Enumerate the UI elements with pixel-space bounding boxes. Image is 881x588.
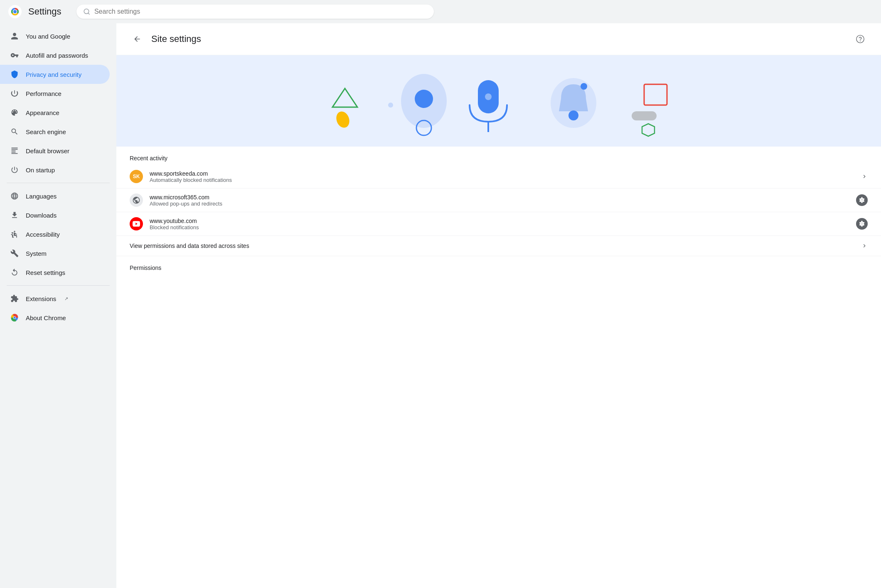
microsoft365-domain: www.microsoft365.com	[150, 194, 849, 201]
sidebar-label: Appearance	[26, 109, 59, 116]
accessibility-icon	[10, 230, 19, 239]
svg-point-15	[334, 110, 352, 130]
sidebar-item-search-engine[interactable]: Search engine	[0, 122, 110, 141]
sidebar-item-you-and-google[interactable]: You and Google	[0, 27, 110, 46]
performance-icon	[10, 89, 19, 98]
chevron-right-icon	[861, 173, 868, 180]
sidebar-label: Autofill and passwords	[26, 52, 88, 59]
sidebar-item-privacy[interactable]: Privacy and security	[0, 65, 110, 84]
sidebar: You and Google Autofill and passwords Pr…	[0, 23, 116, 588]
svg-point-12	[856, 35, 864, 43]
appearance-icon	[10, 108, 19, 117]
sidebar-item-default-browser[interactable]: Default browser	[0, 141, 110, 160]
youtube-icon	[130, 217, 143, 230]
sidebar-label: You and Google	[26, 33, 70, 40]
site-row-microsoft365[interactable]: www.microsoft365.com Allowed pop-ups and…	[116, 189, 881, 212]
top-bar: Settings	[0, 0, 881, 23]
browser-icon	[10, 146, 19, 155]
microsoft365-settings-icon	[856, 194, 868, 206]
microsoft365-status: Allowed pop-ups and redirects	[150, 201, 849, 207]
page-title: Site settings	[151, 34, 201, 44]
svg-point-24	[581, 83, 587, 90]
about-icon	[10, 313, 19, 322]
sidebar-item-extensions[interactable]: Extensions ↗	[0, 289, 110, 308]
site-row-youtube[interactable]: www.youtube.com Blocked notifications	[116, 212, 881, 236]
youtube-settings-icon	[856, 218, 868, 230]
sidebar-item-on-startup[interactable]: On startup	[0, 160, 110, 179]
sportskeeda-info: www.sportskeeda.com Automatically blocke…	[150, 170, 854, 183]
search-input[interactable]	[94, 8, 427, 15]
svg-line-7	[88, 13, 89, 14]
svg-point-21	[485, 93, 492, 100]
sidebar-label: Reset settings	[26, 269, 65, 276]
shield-icon	[10, 70, 19, 79]
view-permissions-text: View permissions and data stored across …	[130, 243, 854, 249]
site-row-sportskeeda[interactable]: SK www.sportskeeda.com Automatically blo…	[116, 165, 881, 189]
svg-point-13	[860, 41, 861, 41]
svg-rect-26	[644, 84, 667, 105]
sidebar-label: On startup	[26, 167, 55, 174]
sportskeeda-icon: SK	[130, 170, 143, 183]
sportskeeda-status: Automatically blocked notifications	[150, 177, 854, 183]
sidebar-label: Accessibility	[26, 231, 60, 238]
sidebar-item-languages[interactable]: Languages	[0, 186, 110, 206]
sidebar-item-performance[interactable]: Performance	[0, 84, 110, 103]
youtube-domain: www.youtube.com	[150, 218, 849, 224]
system-icon	[10, 249, 19, 258]
permissions-illustration	[312, 64, 686, 138]
chevron-right-icon	[861, 243, 868, 249]
sidebar-item-accessibility[interactable]: Accessibility	[0, 225, 110, 244]
svg-point-29	[861, 199, 863, 201]
sidebar-item-downloads[interactable]: Downloads	[0, 206, 110, 225]
sidebar-label: About Chrome	[26, 314, 66, 321]
illustration-banner	[116, 55, 881, 147]
svg-point-8	[14, 231, 15, 232]
download-icon	[10, 211, 19, 220]
sidebar-label: Default browser	[26, 147, 69, 154]
svg-point-23	[568, 110, 578, 120]
svg-point-11	[14, 317, 16, 319]
main-layout: You and Google Autofill and passwords Pr…	[0, 23, 881, 588]
help-button[interactable]	[853, 32, 868, 47]
youtube-status: Blocked notifications	[150, 224, 849, 230]
key-icon	[10, 51, 19, 60]
svg-rect-27	[632, 111, 657, 120]
svg-marker-14	[332, 88, 357, 107]
search-bar[interactable]	[76, 5, 434, 19]
sportskeeda-domain: www.sportskeeda.com	[150, 170, 854, 177]
svg-point-17	[415, 90, 433, 108]
header-left: Site settings	[130, 32, 201, 47]
search-icon	[83, 8, 90, 15]
sidebar-label: Privacy and security	[26, 71, 81, 78]
svg-marker-28	[642, 124, 655, 136]
recent-activity-label: Recent activity	[116, 147, 881, 165]
reset-icon	[10, 268, 19, 277]
microsoft365-icon	[130, 194, 143, 207]
view-permissions-row[interactable]: View permissions and data stored across …	[116, 236, 881, 256]
microsoft365-info: www.microsoft365.com Allowed pop-ups and…	[150, 194, 849, 207]
svg-point-30	[861, 223, 863, 225]
content-area: Site settings	[116, 23, 881, 588]
sidebar-label: Downloads	[26, 212, 57, 219]
sidebar-item-about[interactable]: About Chrome	[0, 308, 110, 327]
sidebar-label: Search engine	[26, 128, 66, 135]
sidebar-label: Languages	[26, 193, 57, 200]
sidebar-item-reset[interactable]: Reset settings	[0, 263, 110, 282]
svg-point-5	[13, 10, 17, 13]
search-engine-icon	[10, 127, 19, 136]
back-button[interactable]	[130, 32, 145, 47]
person-icon	[10, 32, 19, 41]
sidebar-divider-2	[7, 285, 110, 286]
svg-point-25	[388, 103, 393, 108]
content-header: Site settings	[116, 23, 881, 55]
external-link-icon: ↗	[64, 296, 68, 301]
sidebar-label: Extensions	[26, 295, 56, 302]
sidebar-divider-1	[7, 183, 110, 183]
sidebar-item-appearance[interactable]: Appearance	[0, 103, 110, 122]
sidebar-item-system[interactable]: System	[0, 244, 110, 263]
sidebar-label: System	[26, 250, 47, 257]
youtube-info: www.youtube.com Blocked notifications	[150, 218, 849, 230]
chrome-logo-icon	[8, 5, 22, 18]
sidebar-item-autofill[interactable]: Autofill and passwords	[0, 46, 110, 65]
app-title: Settings	[28, 6, 62, 17]
